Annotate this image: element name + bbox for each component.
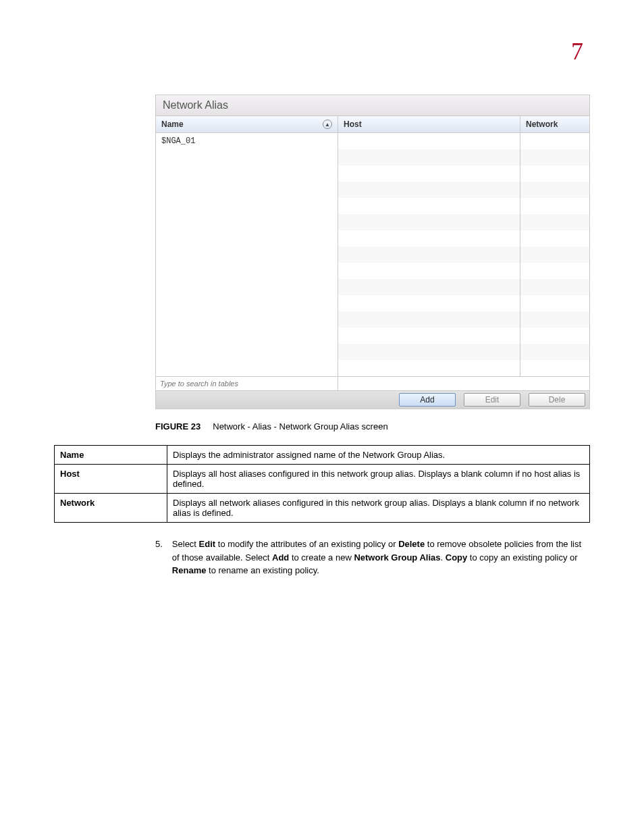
table-row: Name Displays the administrator assigned… [55, 446, 590, 465]
desc-host-text: Displays all host aliases configured in … [167, 465, 590, 494]
desc-network-text: Displays all network aliases configured … [167, 494, 590, 523]
grid-col-network [520, 133, 589, 376]
page-number: 7 [571, 37, 583, 66]
column-header-host[interactable]: Host [338, 116, 520, 132]
delete-button[interactable]: Dele [529, 393, 585, 407]
search-input[interactable] [156, 377, 338, 390]
table-row[interactable]: $NGA_01 [156, 133, 338, 149]
figure-caption-text: Network - Alias - Network Group Alias sc… [213, 421, 387, 432]
search-bar [156, 376, 589, 390]
table-row: Network Displays all network aliases con… [55, 494, 590, 523]
grid-header: Name ▲ Host Network [156, 116, 589, 133]
add-button[interactable]: Add [399, 393, 456, 407]
sort-asc-icon[interactable]: ▲ [323, 120, 332, 129]
desc-name-text: Displays the administrator assigned name… [167, 446, 590, 465]
figure-label: FIGURE 23 [155, 421, 200, 432]
column-header-network-label: Network [526, 120, 558, 129]
column-header-name[interactable]: Name ▲ [156, 116, 338, 132]
action-bar: Add Edit Dele [156, 390, 589, 409]
desc-network-label: Network [55, 494, 167, 523]
column-header-host-label: Host [344, 120, 362, 129]
grid-col-name: $NGA_01 [156, 133, 338, 376]
column-header-network[interactable]: Network [520, 116, 589, 132]
step-number: 5. [155, 538, 163, 577]
grid-body: $NGA_01 [156, 133, 589, 376]
grid-col-host [338, 133, 520, 376]
panel-title: Network Alias [156, 95, 589, 116]
figure-caption: FIGURE 23 Network - Alias - Network Grou… [155, 421, 590, 432]
edit-button[interactable]: Edit [464, 393, 520, 407]
step-text: Select Edit to modify the attributes of … [172, 538, 590, 577]
step-5: 5. Select Edit to modify the attributes … [155, 538, 590, 577]
desc-name-label: Name [55, 446, 167, 465]
desc-host-label: Host [55, 465, 167, 494]
column-header-name-label: Name [161, 120, 184, 129]
table-row: Host Displays all host aliases configure… [55, 465, 590, 494]
network-alias-panel: Network Alias Name ▲ Host Network $NGA_0… [155, 95, 590, 409]
description-table: Name Displays the administrator assigned… [54, 445, 590, 523]
